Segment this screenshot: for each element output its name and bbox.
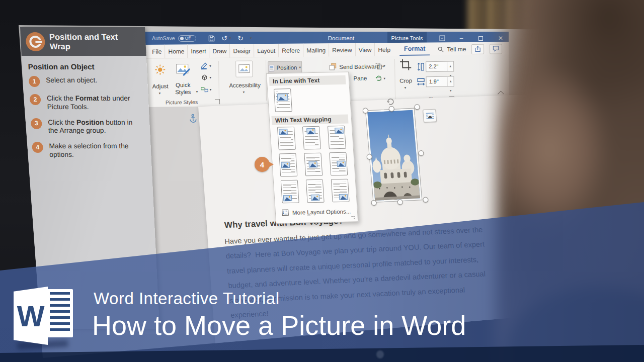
caption-title: How to Move a Picture in Word <box>92 310 466 341</box>
word-logo-fold: W <box>14 287 48 345</box>
word-logo-letter: W <box>17 299 45 333</box>
caption-kicker: Word Interactive Tutorial <box>94 289 280 308</box>
caption-overlay: W Word Interactive Tutorial How to Move … <box>0 0 644 362</box>
word-logo: W <box>14 285 76 350</box>
word-logo-document <box>47 289 73 337</box>
